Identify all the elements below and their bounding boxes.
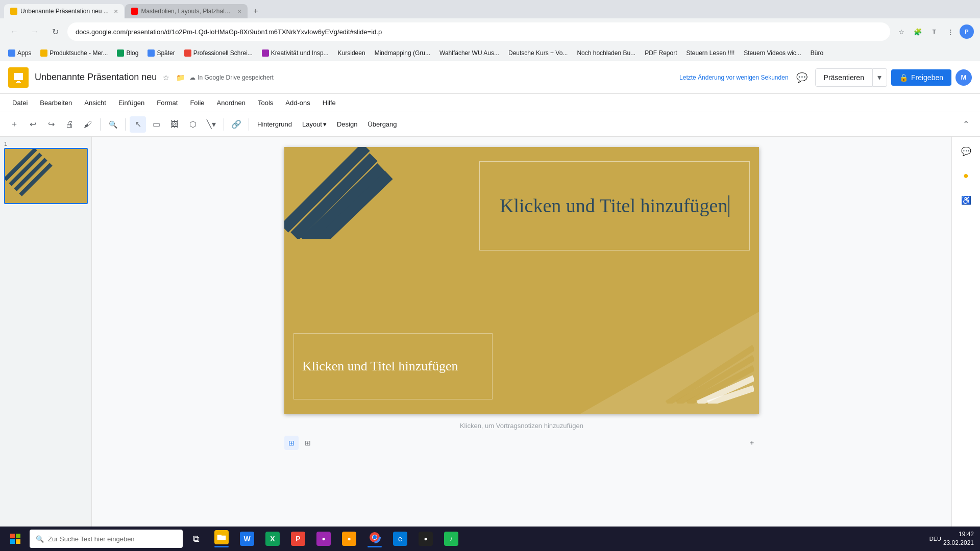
move-to-drive-btn[interactable]: 📁 — [175, 72, 185, 83]
bookmark-steuern-lesen[interactable]: Steuern Lesen !!!! — [682, 48, 739, 58]
undo-btn[interactable]: ↩ — [24, 116, 41, 133]
new-tab-btn[interactable]: + — [249, 4, 263, 18]
taskbar-app8-btn[interactable]: ● — [413, 527, 438, 551]
bookmark-pdf[interactable]: PDF Report — [641, 48, 681, 58]
forward-btn[interactable]: → — [27, 23, 43, 40]
tab2-favicon — [131, 8, 138, 15]
professionell-favicon — [184, 49, 191, 57]
last-change-text[interactable]: Letzte Änderung vor wenigen Sekunden — [679, 74, 789, 81]
layout-btn[interactable]: Layout ▾ — [298, 116, 331, 133]
notes-hint[interactable]: Klicken, um Vortragsnotizen hinzuzufügen — [284, 418, 759, 434]
right-theme-btn[interactable]: ● — [956, 165, 976, 186]
bookmark-apps[interactable]: Apps — [4, 48, 35, 58]
slide-subtitle-box[interactable]: Klicken und Titel hinzufügen — [293, 333, 493, 399]
taskbar-app6-btn[interactable]: ● — [337, 527, 361, 551]
text-box-btn[interactable]: ▭ — [148, 116, 164, 133]
slide-1-thumbnail[interactable] — [4, 148, 88, 204]
extension-btn[interactable]: 🧩 — [911, 24, 925, 39]
star-btn[interactable]: ☆ — [894, 24, 909, 39]
bookmark-kursideen[interactable]: Kursideen — [334, 48, 370, 58]
right-comments-btn[interactable]: 💬 — [956, 141, 976, 161]
slide-canvas[interactable]: Klicken und Titel hinzufügen Klicken und… — [284, 147, 759, 414]
more-btn[interactable]: ⋮ — [943, 24, 958, 39]
menu-tools[interactable]: Tools — [252, 97, 279, 109]
present-btn[interactable]: Präsentieren — [815, 68, 873, 87]
bookmark-professionell[interactable]: Professionell Schrei... — [180, 48, 257, 58]
taskbar-search-box[interactable]: 🔍 Zur Suche Text hier eingeben — [30, 530, 183, 548]
menu-hilfe[interactable]: Hilfe — [316, 97, 342, 109]
slide-title-box[interactable]: Klicken und Titel hinzufügen — [479, 161, 750, 251]
taskbar-task-view-btn[interactable]: ⧉ — [184, 527, 208, 551]
active-tab[interactable]: Unbenannte Präsentation neu ... ✕ — [4, 4, 124, 18]
add-note-btn[interactable]: ＋ — [745, 436, 759, 450]
right-accessibility-btn[interactable]: ♿ — [956, 190, 976, 210]
taskbar-powerpoint-btn[interactable]: P — [286, 527, 310, 551]
taskbar-search-placeholder: Zur Suche Text hier eingeben — [48, 535, 135, 543]
background-btn[interactable]: Hintergrund — [253, 116, 296, 133]
bookmark-steuern-videos[interactable]: Steuern Videos wic... — [740, 48, 805, 58]
header-right: Letzte Änderung vor wenigen Sekunden 💬 P… — [679, 68, 972, 87]
menu-format[interactable]: Format — [151, 97, 184, 109]
design-btn[interactable]: Design — [333, 116, 361, 133]
share-btn[interactable]: 🔒 Freigeben — [891, 69, 951, 86]
bookmark-hochladen[interactable]: Noch hochladen Bu... — [573, 48, 640, 58]
bookmark-büro[interactable]: Büro — [806, 48, 827, 58]
taskbar-edge-btn[interactable]: e — [388, 527, 412, 551]
bookmark-deutsche[interactable]: Deutsche Kurs + Vo... — [504, 48, 572, 58]
add-slide-btn[interactable]: ＋ — [6, 116, 22, 133]
menu-einfügen[interactable]: Einfügen — [112, 97, 151, 109]
transition-btn[interactable]: Übergang — [363, 116, 401, 133]
slide-view-btn[interactable]: ⊞ — [284, 436, 299, 450]
browser-tabs: Unbenannte Präsentation neu ... ✕ Master… — [0, 0, 980, 18]
address-bar[interactable]: docs.google.com/presentation/d/1o2Pm-LQd… — [67, 22, 890, 41]
bookmark-kursideen-label: Kursideen — [338, 49, 365, 57]
user-avatar[interactable]: M — [955, 69, 972, 86]
menu-datei[interactable]: Datei — [6, 97, 34, 109]
bookmark-blog[interactable]: Blog — [113, 48, 142, 58]
taskbar-explorer-btn[interactable] — [209, 527, 234, 551]
taskbar-excel-btn[interactable]: X — [260, 527, 285, 551]
bookmark-büro-label: Büro — [811, 49, 823, 57]
toolbar-collapse-btn[interactable]: ⌃ — [958, 116, 974, 133]
reload-btn[interactable]: ↻ — [47, 23, 63, 40]
canvas-area[interactable]: Klicken und Titel hinzufügen Klicken und… — [92, 137, 951, 551]
menu-anordnen[interactable]: Anordnen — [211, 97, 252, 109]
menu-folie[interactable]: Folie — [184, 97, 210, 109]
translate-btn[interactable]: T — [927, 24, 941, 39]
tab-close-btn[interactable]: ✕ — [114, 9, 118, 14]
redo-btn[interactable]: ↪ — [43, 116, 59, 133]
taskbar-chrome-btn[interactable] — [362, 527, 387, 551]
comment-btn[interactable]: 💬 — [793, 68, 811, 87]
back-btn[interactable]: ← — [6, 23, 22, 40]
toolbar-separator-3 — [224, 118, 224, 131]
taskbar-word-btn[interactable]: W — [235, 527, 259, 551]
slide-1-container[interactable]: 1 — [4, 141, 87, 204]
bookmark-kreativität[interactable]: Kreativität und Insp... — [258, 48, 333, 58]
grid-view-btn[interactable]: ⊞ — [301, 436, 315, 450]
menu-ansicht[interactable]: Ansicht — [78, 97, 112, 109]
present-dropdown-btn[interactable]: ▾ — [873, 68, 887, 87]
inactive-tab[interactable]: Masterfolien, Layouts, Platzhalte... ✕ — [125, 4, 248, 18]
print-btn[interactable]: 🖨 — [61, 116, 78, 133]
taskbar-app9-btn[interactable]: ♪ — [439, 527, 463, 551]
svg-rect-17 — [16, 534, 20, 538]
line-btn[interactable]: ╲▾ — [203, 116, 219, 133]
zoom-btn[interactable]: 🔍 — [105, 116, 121, 133]
link-btn[interactable]: 🔗 — [228, 116, 244, 133]
star-title-btn[interactable]: ☆ — [161, 72, 171, 83]
taskbar-app5-btn[interactable]: ● — [311, 527, 336, 551]
bookmark-wahlfächer[interactable]: Wahlfächer WU Aus... — [435, 48, 503, 58]
menu-addons[interactable]: Add-ons — [279, 97, 316, 109]
bookmark-produktsuche[interactable]: Produktsuche - Mer... — [36, 48, 112, 58]
svg-rect-1 — [17, 81, 20, 82]
select-tool-btn[interactable]: ↖ — [130, 116, 146, 133]
menu-bearbeiten[interactable]: Bearbeiten — [34, 97, 78, 109]
shape-btn[interactable]: ⬡ — [185, 116, 201, 133]
tab2-close-btn[interactable]: ✕ — [237, 9, 241, 14]
profile-btn[interactable]: P — [960, 24, 974, 39]
taskbar-start-btn[interactable] — [2, 527, 29, 551]
paint-format-btn[interactable]: 🖌 — [80, 116, 96, 133]
image-btn[interactable]: 🖼 — [166, 116, 183, 133]
bookmark-mindmapping[interactable]: Mindmapping (Gru... — [371, 48, 434, 58]
bookmark-später[interactable]: Später — [143, 48, 179, 58]
